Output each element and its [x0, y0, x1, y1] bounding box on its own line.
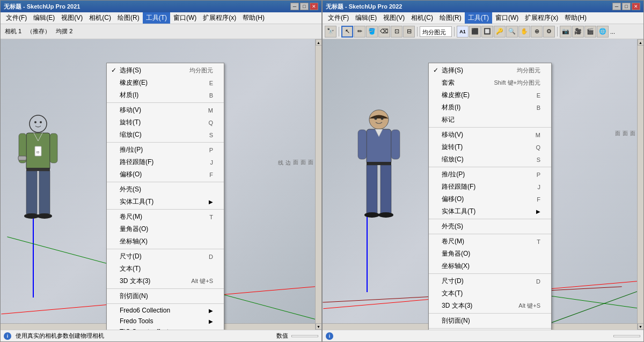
- right-minimize-btn[interactable]: ─: [612, 3, 621, 10]
- right-info-icon: i: [326, 332, 333, 340]
- right-tool-search[interactable]: 🔍: [506, 26, 518, 38]
- right-close-btn[interactable]: ✕: [632, 3, 640, 10]
- menu-item-solid-tools[interactable]: 实体工具(T) ▶: [107, 196, 224, 208]
- menu-item-rotate[interactable]: 旋转(T) Q: [107, 116, 224, 129]
- svg-rect-16: [367, 162, 391, 165]
- right-menu-solid-tools[interactable]: 实体工具(T) ▶: [429, 205, 551, 218]
- right-tool-settings[interactable]: ⚙: [543, 26, 555, 38]
- right-menu-draw[interactable]: 绘图(R): [436, 12, 465, 24]
- right-title-bar: 无标题 - SketchUp Pro 2022 ─ □ ✕: [323, 1, 643, 12]
- right-scroll-down[interactable]: ▼: [638, 323, 644, 330]
- right-tool-more2[interactable]: ⊟: [403, 26, 415, 38]
- right-tool-ext1[interactable]: 📷: [560, 26, 572, 38]
- right-menu-tape[interactable]: 卷尺(M) T: [429, 235, 551, 248]
- left-tools-menu: ✓选择(S) 均分图元 橡皮擦(E) E 材质(I) B 移动(V) M: [106, 63, 224, 330]
- right-menu-tag[interactable]: 标记: [429, 114, 551, 126]
- right-maximize-btn[interactable]: □: [622, 3, 631, 10]
- menu-item-protractor[interactable]: 量角器(O): [107, 223, 224, 235]
- svg-point-19: [364, 212, 379, 218]
- right-menu-3d-text[interactable]: 3D 文本(3) Alt 键+S: [429, 300, 551, 312]
- right-measure-box[interactable]: 均分图元: [420, 26, 452, 37]
- left-close-btn[interactable]: ✕: [310, 3, 318, 10]
- right-tools-dropdown: ✓选择(S) 均分图元 套索 Shift 键+均分图元 橡皮擦(E) E 材质(…: [428, 63, 552, 330]
- right-tool-icon3[interactable]: 🔑: [494, 26, 506, 38]
- right-tool-zoom-fit[interactable]: ⊕: [531, 26, 543, 38]
- right-menu-scale[interactable]: 缩放(C) S: [429, 153, 551, 166]
- left-scroll-up[interactable]: ▲: [316, 39, 322, 46]
- human-figure-left: ID: [17, 114, 60, 243]
- menu-item-offset[interactable]: 偏移(O) F: [107, 168, 224, 181]
- menu-item-follow-me[interactable]: 路径跟随(F) J: [107, 156, 224, 168]
- menu-item-fredo6[interactable]: Fredo6 Collection ▶: [107, 305, 224, 316]
- right-menu-select[interactable]: ✓选择(S) 均分图元: [429, 64, 551, 77]
- right-menu-window[interactable]: 窗口(W): [492, 12, 522, 24]
- right-menu-outer-shell[interactable]: 外壳(S): [429, 220, 551, 233]
- right-tool-icon1[interactable]: ⬛: [469, 26, 481, 38]
- right-menu-rotate[interactable]: 旋转(T) Q: [429, 141, 551, 153]
- left-menu-draw[interactable]: 绘图(R): [114, 12, 143, 24]
- right-menu-extensions[interactable]: 扩展程序(x): [522, 12, 561, 24]
- right-tool-more1[interactable]: ⊡: [391, 26, 402, 38]
- menu-item-dimensions[interactable]: 尺寸(D) D: [107, 250, 224, 263]
- right-menu-help[interactable]: 帮助(H): [561, 12, 590, 24]
- left-menu-extensions[interactable]: 扩展程序(x): [200, 12, 239, 24]
- right-menu-edit[interactable]: 编辑(E): [352, 12, 380, 24]
- right-menu-dimensions[interactable]: 尺寸(D) D: [429, 275, 551, 287]
- menu-item-section-plane[interactable]: 剖切面(N): [107, 290, 224, 302]
- right-menu-eraser[interactable]: 橡皮擦(E) E: [429, 89, 551, 101]
- left-menu-edit[interactable]: 编辑(E): [30, 12, 58, 24]
- right-menu-tools[interactable]: 工具(T): [465, 12, 492, 24]
- right-menu-view[interactable]: 视图(V): [380, 12, 408, 24]
- right-tool-navigate[interactable]: 🔭: [325, 26, 336, 38]
- right-tool-paint[interactable]: 🪣: [366, 26, 378, 38]
- menu-item-tape[interactable]: 卷尺(M) T: [107, 211, 224, 223]
- right-menu-follow[interactable]: 路径跟随(F) J: [429, 181, 551, 193]
- right-tool-select[interactable]: ↖: [341, 26, 353, 38]
- left-maximize-btn[interactable]: □: [300, 3, 309, 10]
- left-menu-camera[interactable]: 相机(C): [86, 12, 114, 24]
- right-vscroll[interactable]: ▲ ▼: [637, 39, 643, 330]
- right-menu-move[interactable]: 移动(V) M: [429, 129, 551, 141]
- menu-item-axes[interactable]: 坐标轴(X): [107, 235, 224, 248]
- menu-item-move[interactable]: 移动(V) M: [107, 104, 224, 116]
- menu-item-text[interactable]: 文本(T): [107, 263, 224, 275]
- menu-item-fredo-tools[interactable]: Fredo Tools ▶: [107, 316, 224, 326]
- menu-item-3d-text[interactable]: 3D 文本(3) Alt 键+S: [107, 275, 224, 287]
- right-tool-ext2[interactable]: 🎥: [572, 26, 584, 38]
- menu-item-push[interactable]: 推/拉(P) P: [107, 144, 224, 156]
- right-tool-ext3[interactable]: 🎬: [584, 26, 596, 38]
- right-menu-axes[interactable]: 坐标轴(X): [429, 260, 551, 272]
- right-menu-material[interactable]: 材质(I) B: [429, 101, 551, 114]
- left-menu-file[interactable]: 文件(F): [3, 12, 30, 24]
- menu-item-scale[interactable]: 缩放(C) S: [107, 129, 224, 141]
- left-menu-help[interactable]: 帮助(H): [239, 12, 268, 24]
- right-tool-erase[interactable]: ⌫: [378, 26, 390, 38]
- right-menu-protractor[interactable]: 量角器(O): [429, 248, 551, 260]
- left-minimize-btn[interactable]: ─: [290, 3, 299, 10]
- right-menu-text[interactable]: 文本(T): [429, 287, 551, 300]
- right-menu-push[interactable]: 推/拉(P) P: [429, 168, 551, 181]
- right-menu-bar: 文件(F) 编辑(E) 视图(V) 相机(C) 绘图(R) 工具(T) 窗口(W…: [323, 12, 643, 24]
- right-scroll-up[interactable]: ▲: [638, 39, 644, 46]
- right-menu-file[interactable]: 文件(F): [325, 12, 352, 24]
- left-scroll-down[interactable]: ▼: [316, 323, 322, 330]
- left-menu-tools[interactable]: 工具(T): [143, 12, 170, 24]
- right-tool-hand[interactable]: ✋: [518, 26, 530, 38]
- left-menu-view[interactable]: 视图(V): [58, 12, 86, 24]
- right-tool-icon2[interactable]: 🔲: [481, 26, 493, 38]
- right-menu-camera[interactable]: 相机(C): [408, 12, 436, 24]
- menu-item-outer-shell[interactable]: 外壳(S): [107, 183, 224, 196]
- right-tool-ext4[interactable]: 🌐: [597, 26, 609, 38]
- right-menu-offset[interactable]: 偏移(O) F: [429, 193, 551, 205]
- right-tool-a1[interactable]: A1: [457, 26, 469, 38]
- menu-item-tig[interactable]: TIG.Smart_offset: [107, 326, 224, 330]
- menu-item-material[interactable]: 材质(I) B: [107, 89, 224, 101]
- right-menu-lasso[interactable]: 套索 Shift 键+均分图元: [429, 77, 551, 89]
- left-menu-window[interactable]: 窗口(W): [170, 12, 200, 24]
- right-menu-section[interactable]: 剖切面(N): [429, 315, 551, 327]
- human-figure-right: [355, 109, 403, 243]
- left-vscroll[interactable]: ▲ ▼: [315, 39, 321, 330]
- menu-item-eraser[interactable]: 橡皮擦(E) E: [107, 77, 224, 89]
- menu-item-select[interactable]: ✓选择(S) 均分图元: [107, 64, 224, 77]
- right-tool-pencil[interactable]: ✏: [354, 26, 365, 38]
